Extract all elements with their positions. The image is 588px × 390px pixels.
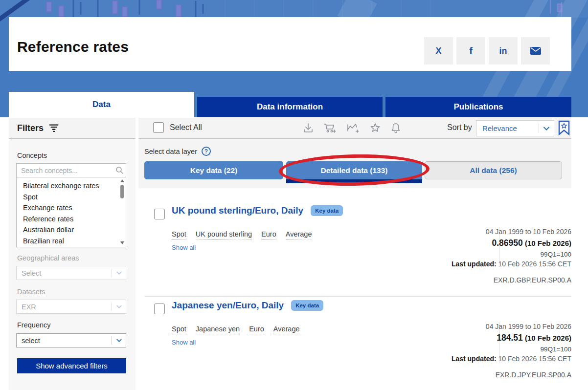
share-x-button[interactable]: X <box>424 37 453 65</box>
sort-dropdown-value: Relevance <box>476 124 539 132</box>
tag-currency[interactable]: UK pound sterling <box>196 230 252 239</box>
toolbar-actions <box>302 122 401 134</box>
scrollbar-up-arrow[interactable] <box>120 179 124 182</box>
email-icon <box>530 47 541 55</box>
select-data-layer-label: Select data layer <box>144 148 197 155</box>
date-range: 04 Jan 1999 to 10 Feb 2026 <box>366 227 571 237</box>
detailed-data-button[interactable]: Detailed data (133) <box>286 161 422 179</box>
concept-item-spot[interactable]: Spot <box>23 192 126 203</box>
search-icon[interactable] <box>115 166 124 174</box>
concept-item-bilateral-exchange-rates[interactable]: Bilateral exchange rates <box>23 180 126 192</box>
chevron-down-icon <box>116 271 122 275</box>
bell-icon[interactable] <box>390 122 401 134</box>
show-advanced-filters-button[interactable]: Show advanced filters <box>17 358 126 373</box>
share-linkedin-button[interactable]: in <box>489 37 518 65</box>
tag-average[interactable]: Average <box>286 230 312 239</box>
share-email-button[interactable] <box>521 37 550 65</box>
show-all-link[interactable]: Show all <box>172 244 196 251</box>
sort-dropdown[interactable]: Relevance <box>476 120 554 136</box>
frequency-label: Frequency <box>17 321 51 329</box>
cart-add-icon[interactable] <box>323 122 337 134</box>
concept-item-brazilian-real[interactable]: Brazilian real <box>23 236 126 247</box>
result-title-link[interactable]: Japanese yen/Euro, Daily <box>172 300 284 311</box>
result-summary: 04 Jan 1999 to 10 Feb 2026 0.86950 (10 F… <box>366 227 571 284</box>
download-icon[interactable] <box>302 122 314 134</box>
date-range: 04 Jan 1999 to 10 Feb 2026 <box>366 322 571 331</box>
base-period: 99Q1=100 <box>366 250 571 259</box>
latest-value-date: (10 Feb 2026) <box>523 334 571 342</box>
geographical-areas-value: Select <box>17 269 112 277</box>
share-buttons: X f in <box>424 37 550 65</box>
page-title: Reference rates <box>17 39 129 55</box>
scrollbar-thumb[interactable] <box>120 185 124 198</box>
tag-currency[interactable]: Japanese yen <box>196 325 240 334</box>
sort-by-label: Sort by <box>447 123 472 132</box>
frequency-dropdown[interactable]: select <box>16 333 126 347</box>
chevron-down-icon <box>116 305 122 308</box>
tab-publications[interactable]: Publications <box>385 97 571 117</box>
star-icon[interactable] <box>369 122 381 134</box>
last-updated-label: Last updated: <box>452 260 497 268</box>
results-toolbar: Select All <box>138 118 571 139</box>
series-id: EXR.D.GBP.EUR.SP00.A <box>366 276 571 284</box>
latest-value-date: (10 Feb 2026) <box>523 239 571 247</box>
all-data-button[interactable]: All data (256) <box>425 161 562 179</box>
scrollbar-down-arrow[interactable] <box>120 241 124 244</box>
help-icon[interactable]: ? <box>202 147 211 156</box>
key-data-button[interactable]: Key data (22) <box>144 161 283 179</box>
tag-spot[interactable]: Spot <box>172 230 186 239</box>
result-tags: Spot UK pound sterling Euro Average <box>172 230 312 239</box>
geographical-areas-label: Geographical areas <box>17 254 79 262</box>
result-title-link[interactable]: UK pound sterling/Euro, Daily <box>172 205 303 216</box>
filters-label: Filters <box>17 123 44 133</box>
tag-spot[interactable]: Spot <box>172 325 186 334</box>
tag-euro[interactable]: Euro <box>249 325 264 334</box>
select-all-checkbox[interactable] <box>153 122 164 133</box>
tab-data-information-label: Data information <box>257 102 323 112</box>
result-tags: Spot Japanese yen Euro Average <box>172 325 300 334</box>
last-updated-value: 10 Feb 2026 15:56 CET <box>497 260 571 268</box>
key-data-badge: Key data <box>311 205 343 216</box>
chart-add-icon[interactable] <box>346 122 360 134</box>
tab-data-information[interactable]: Data information <box>197 97 383 117</box>
tag-euro[interactable]: Euro <box>261 230 276 239</box>
base-period: 99Q1=100 <box>366 345 571 354</box>
show-all-link[interactable]: Show all <box>172 339 196 346</box>
filter-funnel-icon <box>48 123 59 133</box>
concepts-search-box <box>16 163 126 177</box>
result-row-jpy: Japanese yen/Euro, Daily Key data Spot J… <box>138 299 571 390</box>
data-layer-section: Select data layer ? Key data (22) Detail… <box>138 139 571 188</box>
concept-item-exchange-rates[interactable]: Exchange rates <box>23 202 126 214</box>
bookmark-icon[interactable] <box>558 120 570 136</box>
page-header-card: Reference rates X f in <box>9 17 571 71</box>
concept-item-australian-dollar[interactable]: Australian dollar <box>23 224 126 236</box>
result-checkbox[interactable] <box>154 303 165 314</box>
concepts-label: Concepts <box>17 152 47 159</box>
x-icon: X <box>435 46 441 56</box>
tab-data-label: Data <box>92 100 111 109</box>
linkedin-icon: in <box>499 46 507 56</box>
tab-data[interactable]: Data <box>9 92 194 117</box>
concepts-search-input[interactable] <box>17 167 113 174</box>
chevron-down-icon <box>116 339 122 342</box>
key-data-badge: Key data <box>291 300 323 311</box>
datasets-label: Datasets <box>17 288 45 296</box>
ecb-data-portal-page: Reference rates X f in Data Data informa… <box>0 0 588 390</box>
facebook-icon: f <box>469 45 473 57</box>
concept-item-reference-rates[interactable]: Reference rates <box>23 214 126 225</box>
result-summary: 04 Jan 1999 to 10 Feb 2026 184.51 (10 Fe… <box>366 322 571 379</box>
result-checkbox[interactable] <box>154 209 165 219</box>
chevron-down-icon <box>543 127 549 130</box>
tag-average[interactable]: Average <box>273 325 300 334</box>
last-updated-label: Last updated: <box>452 355 497 363</box>
latest-value: 184.51 <box>497 333 523 343</box>
filters-sidebar: Concepts Bilateral exchange rates Spot E… <box>9 139 136 390</box>
latest-value: 0.86950 <box>492 238 523 248</box>
row-divider <box>144 296 571 297</box>
concepts-scrollbar <box>120 179 125 244</box>
frequency-value: select <box>17 337 112 345</box>
select-all-label: Select All <box>170 123 202 132</box>
series-id: EXR.D.JPY.EUR.SP00.A <box>366 371 571 379</box>
share-facebook-button[interactable]: f <box>456 37 485 65</box>
filters-header[interactable]: Filters <box>9 118 136 139</box>
